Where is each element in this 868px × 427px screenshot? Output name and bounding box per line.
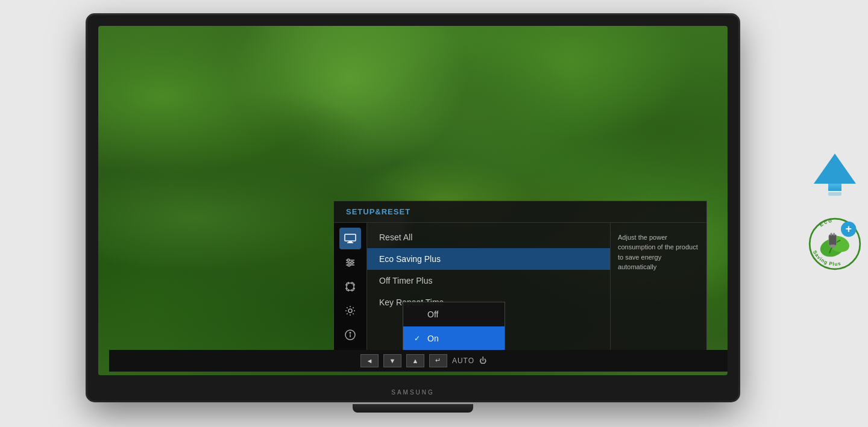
tv-stand [353, 404, 473, 413]
svg-rect-25 [829, 234, 837, 245]
sidebar-icon-sliders[interactable] [339, 252, 361, 273]
submenu-item-on[interactable]: ✓ On [403, 326, 505, 351]
svg-rect-9 [347, 283, 354, 290]
arrow-tail [828, 184, 841, 192]
osd-description: Adjust the power consumption of the prod… [610, 223, 706, 351]
menu-item-reset-all[interactable]: Reset All [367, 226, 610, 248]
svg-point-18 [348, 309, 352, 313]
svg-rect-27 [833, 232, 835, 235]
up-arrow [814, 154, 856, 196]
menu-item-off-timer[interactable]: Off Timer Plus [367, 270, 610, 291]
svg-point-21 [350, 332, 351, 333]
menu-item-eco-saving[interactable]: Eco Saving Plus [367, 248, 610, 270]
svg-point-7 [351, 261, 353, 264]
sidebar-icon-gear[interactable] [339, 300, 361, 322]
control-down[interactable]: ▼ [383, 354, 401, 367]
tv-screen: SETUP&RESET [98, 26, 728, 375]
sidebar-icon-monitor[interactable] [339, 228, 361, 249]
osd-sidebar [334, 223, 367, 351]
auto-label: AUTO [452, 357, 474, 365]
control-enter[interactable]: ↵ [429, 354, 447, 367]
check-off [414, 310, 423, 319]
tv-frame: SETUP&RESET [87, 15, 738, 401]
tv-container: SETUP&RESET [87, 15, 781, 413]
right-elements: + Eco Saving Plus [805, 154, 865, 274]
svg-text:Eco: Eco [818, 217, 833, 228]
samsung-logo: SAMSUNG [391, 389, 435, 396]
svg-text:+: + [845, 222, 852, 234]
svg-point-8 [348, 264, 350, 266]
svg-rect-0 [345, 234, 356, 241]
svg-rect-26 [831, 232, 832, 235]
sidebar-icon-crop[interactable] [339, 276, 361, 298]
control-up[interactable]: ▲ [406, 354, 424, 367]
sidebar-icon-info[interactable] [339, 324, 361, 346]
svg-rect-28 [831, 244, 835, 247]
osd-header: SETUP&RESET [334, 201, 706, 223]
osd-menu: SETUP&RESET [333, 201, 707, 351]
arrow-triangle [814, 154, 856, 184]
power-button[interactable]: ⏻ [479, 357, 487, 365]
check-on: ✓ [414, 334, 423, 343]
submenu-item-off[interactable]: Off [403, 302, 505, 326]
control-left[interactable]: ◄ [360, 354, 379, 367]
eco-saving-badge: + Eco Saving Plus [805, 214, 865, 274]
submenu: Off ✓ On [403, 302, 505, 351]
eco-badge-svg: + Eco Saving Plus [805, 211, 865, 277]
svg-point-6 [347, 259, 350, 261]
osd-body: Reset All Eco Saving Plus Off Timer Plus… [334, 223, 706, 351]
tv-controls: ◄ ▼ ▲ ↵ AUTO ⏻ [109, 350, 728, 372]
